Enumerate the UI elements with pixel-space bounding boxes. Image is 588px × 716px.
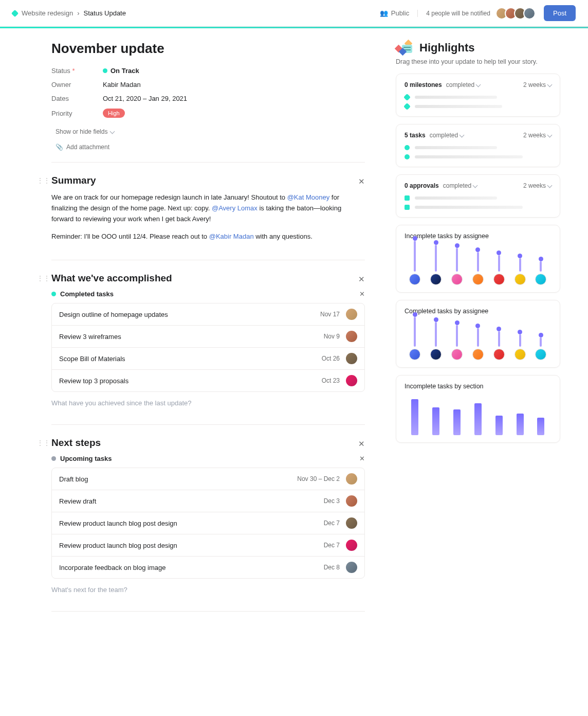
mention-kabir[interactable]: @Kabir Madan	[209, 232, 254, 240]
task-name: Review product launch blog post design	[59, 542, 324, 549]
assignee-avatar[interactable]	[346, 495, 357, 507]
data-point	[518, 254, 522, 258]
mention-avery[interactable]: @Avery Lomax	[212, 204, 258, 212]
lollipop-chart	[405, 246, 552, 285]
update-title[interactable]: November update	[51, 41, 365, 57]
assignee-avatar[interactable]	[346, 473, 357, 485]
milestones-card[interactable]: 0 milestonescompleted 2 weeks	[396, 74, 560, 117]
completed-tasks-list: Design outline of homepage updatesNov 17…	[51, 303, 365, 392]
drag-handle-icon[interactable]: ⋮⋮	[37, 439, 50, 446]
priority-pill[interactable]: High	[103, 109, 125, 118]
task-row[interactable]: Review product launch blog post designDe…	[52, 512, 364, 534]
post-button[interactable]: Post	[544, 5, 576, 21]
breadcrumb: Website redesign › Status Update	[12, 9, 126, 17]
data-point	[475, 324, 480, 328]
assignee-avatar	[451, 349, 463, 360]
paperclip-icon: 📎	[56, 144, 63, 151]
assignee-avatar	[493, 349, 505, 360]
owner-value[interactable]: Kabir Madan	[103, 81, 141, 88]
mention-kat[interactable]: @Kat Mooney	[287, 193, 330, 201]
assignee-avatar	[514, 349, 526, 360]
task-row[interactable]: Review product launch blog post designDe…	[52, 534, 364, 557]
bar	[498, 255, 500, 272]
card-status-dropdown[interactable]: completed	[430, 132, 464, 139]
task-row[interactable]: Incorporate feedback on blog imageDec 8	[52, 557, 364, 578]
divider	[51, 260, 365, 260]
upcoming-tasks-list: Draft blogNov 30 – Dec 2Review draftDec …	[51, 468, 365, 579]
task-date: Oct 26	[322, 355, 340, 362]
card-status-dropdown[interactable]: completed	[443, 182, 477, 189]
accomplished-placeholder[interactable]: What have you achieved since the last up…	[51, 399, 365, 407]
bar	[519, 258, 521, 272]
drag-handle-icon[interactable]: ⋮⋮	[37, 275, 50, 282]
assignee-avatar[interactable]	[346, 353, 357, 364]
highlights-icon	[396, 41, 414, 55]
chart-title: Incomplete tasks by section	[405, 383, 552, 390]
bar	[498, 331, 500, 347]
task-name: Incorporate feedback on blog image	[59, 564, 324, 571]
assignee-avatar[interactable]	[346, 375, 357, 386]
task-date: Dec 3	[324, 497, 340, 505]
assignee-avatar[interactable]	[346, 517, 357, 529]
breadcrumb-project[interactable]: Website redesign	[22, 9, 73, 17]
close-icon[interactable]: ✕	[358, 275, 365, 284]
tasks-card[interactable]: 5 taskscompleted 2 weeks	[396, 124, 560, 167]
chevron-down-icon	[547, 132, 553, 137]
assignee-avatar	[514, 274, 526, 285]
completed-by-assignee-card[interactable]: Completed tasks by assignee	[396, 300, 560, 368]
dates-value[interactable]: Oct 21, 2020 – Jan 29, 2021	[103, 95, 187, 102]
drag-handle-icon[interactable]: ⋮⋮	[37, 177, 50, 184]
divider	[51, 424, 365, 425]
assignee-avatar	[430, 349, 442, 360]
next-placeholder[interactable]: What's next for the team?	[51, 586, 365, 594]
status-dot-icon	[51, 456, 56, 461]
task-name: Design outline of homepage updates	[59, 311, 320, 318]
add-attachment-button[interactable]: 📎 Add attachment	[56, 139, 365, 155]
notified-avatars[interactable]	[499, 7, 536, 20]
approvals-card[interactable]: 0 approvalscompleted 2 weeks	[396, 174, 560, 218]
data-point	[518, 330, 522, 334]
close-icon[interactable]: ✕	[358, 439, 365, 449]
card-status-dropdown[interactable]: completed	[446, 81, 480, 88]
chevron-down-icon	[547, 82, 553, 87]
show-hide-fields-button[interactable]: Show or hide fields	[56, 124, 365, 139]
subsection-label: Completed tasks	[60, 290, 114, 298]
incomplete-by-section-card[interactable]: Incomplete tasks by section	[396, 375, 560, 443]
status-value[interactable]: On Track	[103, 67, 139, 75]
bar	[540, 261, 542, 272]
assignee-avatar[interactable]	[346, 562, 357, 573]
task-row[interactable]: Review 3 wireframesNov 9	[52, 326, 364, 348]
close-icon[interactable]: ✕	[359, 290, 365, 298]
divider	[51, 162, 365, 163]
task-row[interactable]: Review draftDec 3	[52, 490, 364, 512]
summary-section: ⋮⋮ Summary ✕ We are on track for our hom…	[51, 175, 365, 242]
assignee-avatar[interactable]	[346, 309, 357, 320]
accomplished-section: ⋮⋮ What we've accomplished ✕ Completed t…	[51, 273, 365, 407]
assignee-avatar[interactable]	[346, 540, 357, 551]
bar	[537, 418, 544, 435]
summary-body[interactable]: We are on track for our homepage redesig…	[51, 192, 365, 242]
completed-tasks-subsection: Completed tasks ✕	[51, 290, 365, 298]
bullet-icon	[405, 195, 410, 201]
task-row[interactable]: Draft blogNov 30 – Dec 2	[52, 468, 364, 490]
task-row[interactable]: Scope Bill of MaterialsOct 26	[52, 348, 364, 370]
bar	[477, 328, 479, 347]
assignee-avatar[interactable]	[346, 331, 357, 342]
task-row[interactable]: Review top 3 proposalsOct 23	[52, 370, 364, 391]
visibility-toggle[interactable]: 👥 Public	[380, 9, 409, 17]
data-point	[539, 333, 543, 337]
card-range-dropdown[interactable]: 2 weeks	[523, 132, 552, 139]
close-icon[interactable]: ✕	[358, 177, 365, 186]
task-row[interactable]: Design outline of homepage updatesNov 17	[52, 303, 364, 326]
data-point	[455, 320, 460, 325]
close-icon[interactable]: ✕	[359, 455, 365, 462]
highlights-title: Highlights	[396, 41, 560, 55]
data-point	[413, 312, 417, 317]
assignee-avatar	[493, 274, 505, 285]
bar	[411, 399, 418, 435]
card-range-dropdown[interactable]: 2 weeks	[523, 182, 552, 189]
incomplete-by-assignee-card[interactable]: Incomplete tasks by assignee	[396, 225, 560, 293]
data-point	[539, 257, 543, 261]
priority-label: Priority	[51, 110, 103, 117]
card-range-dropdown[interactable]: 2 weeks	[523, 81, 552, 88]
